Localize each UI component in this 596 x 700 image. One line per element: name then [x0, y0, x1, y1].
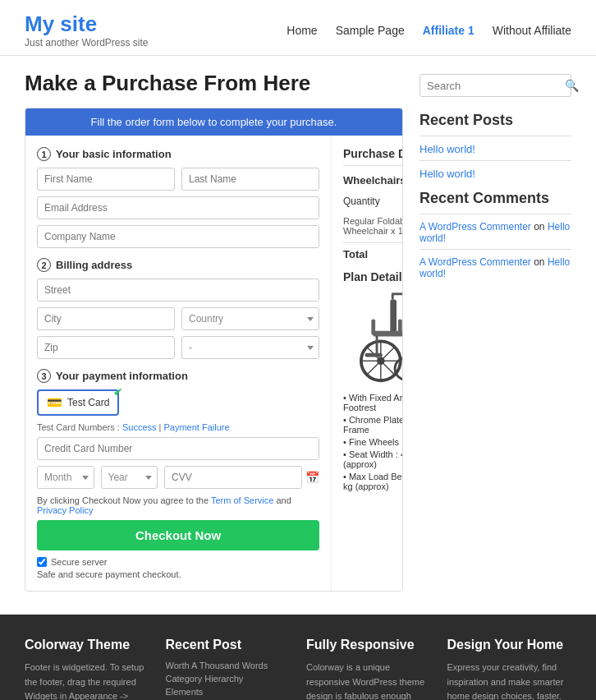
feature-list: • With Fixed Arms & Footrest • Chrome Pl… — [343, 393, 403, 491]
section1-num: 1 — [37, 147, 51, 161]
form-header-bar: Fill the order form below to complete yo… — [25, 108, 402, 136]
main-container: Make a Purchase From Here Fill the order… — [0, 56, 596, 606]
footer-col-4: Design Your Home Express your creativity… — [447, 638, 572, 700]
section2-num: 2 — [37, 258, 51, 272]
comment-2: A WordPress Commenter on Hello world! — [419, 256, 571, 279]
svg-line-12 — [367, 361, 381, 375]
svg-line-13 — [381, 361, 395, 375]
content-area: Make a Purchase From Here Fill the order… — [25, 71, 403, 592]
test-failure-link[interactable]: Payment Failure — [164, 422, 230, 432]
footer-recent-post-link3[interactable]: Elements — [166, 687, 291, 697]
site-tagline: Just another WordPress site — [25, 37, 149, 48]
search-box: 🔍 — [419, 74, 571, 97]
wheelchair-image — [343, 290, 403, 385]
footer-recent-post-link1[interactable]: Worth A Thousand Words — [166, 661, 291, 670]
cvv-input[interactable] — [164, 466, 302, 489]
feature-item: • Max Load Bearing : 100 kg (approx) — [343, 472, 403, 491]
footer-col4-title: Design Your Home — [447, 638, 572, 652]
city-input[interactable] — [37, 307, 175, 330]
nav-sample-page[interactable]: Sample Page — [336, 24, 405, 37]
company-input[interactable] — [37, 225, 319, 248]
purchase-title: Purchase Details — [343, 147, 403, 166]
post-link-1[interactable]: Hello world! — [419, 143, 571, 155]
footer-recent-post-link2[interactable]: Category Hierarchy — [166, 674, 291, 684]
calendar-icon: 📅 — [305, 471, 319, 484]
section2-title: 2 Billing address — [37, 258, 319, 272]
checkout-button[interactable]: Checkout Now — [37, 520, 319, 550]
site-title[interactable]: My site — [25, 12, 149, 37]
test-card-button[interactable]: 💳 Test Card — [37, 389, 119, 416]
post-link-2[interactable]: Hello world! — [419, 168, 571, 180]
commenter-link-1[interactable]: A WordPress Commenter — [419, 221, 531, 233]
footer-col3-title: Fully Responsive — [306, 638, 431, 652]
svg-rect-17 — [365, 353, 383, 357]
feature-item: • Chrome Plated Steel Frame — [343, 415, 403, 435]
search-icon[interactable]: 🔍 — [565, 79, 579, 92]
nav-without-affiliate[interactable]: Without Affiliate — [493, 24, 571, 37]
footer-col-3: Fully Responsive Colorway is a unique re… — [306, 638, 431, 700]
svg-rect-3 — [398, 319, 402, 334]
test-success-link[interactable]: Success — [122, 422, 157, 432]
page-title: Make a Purchase From Here — [25, 71, 403, 96]
form-header-text: Fill the order form below to complete yo… — [91, 116, 337, 128]
zip-input[interactable] — [37, 336, 175, 359]
section3-num: 3 — [37, 369, 51, 383]
nav-home[interactable]: Home — [287, 24, 317, 37]
month-select[interactable]: Month — [37, 466, 94, 489]
total-label: Total — [343, 248, 368, 260]
credit-card-input[interactable] — [37, 437, 319, 460]
product-name: Wheelchairs — [343, 174, 403, 187]
check-icon: ✔ — [113, 385, 123, 398]
test-card-note: Test Card Numbers : Success | Payment Fa… — [37, 422, 319, 432]
svg-rect-2 — [371, 319, 375, 334]
recent-posts-section: Recent Posts Hello world! Hello world! — [419, 112, 571, 180]
section1: 1 Your basic information — [37, 147, 319, 248]
purchase-details: Purchase Details Wheelchairs Quantity 1 … — [332, 136, 403, 591]
section3-title: 3 Your payment information — [37, 369, 319, 383]
recent-comments-title: Recent Comments — [419, 190, 571, 207]
footer-col1-title: Colorway Theme — [25, 638, 149, 652]
commenter-link-2[interactable]: A WordPress Commenter — [419, 256, 531, 268]
zip-suffix-select[interactable]: - — [181, 336, 319, 359]
quantity-label: Quantity — [343, 196, 380, 207]
search-input[interactable] — [427, 80, 565, 92]
form-body: 1 Your basic information 2 — [25, 136, 402, 591]
footer-main: Colorway Theme Footer is widgetized. To … — [0, 615, 596, 700]
safe-text: Safe and secure payment checkout. — [37, 569, 319, 579]
privacy-link[interactable]: Privacy Policy — [37, 505, 93, 515]
recent-posts-title: Recent Posts — [419, 112, 571, 129]
year-select[interactable]: Year — [101, 466, 158, 489]
footer-col-2: Recent Post Worth A Thousand Words Categ… — [166, 638, 291, 700]
street-input[interactable] — [37, 279, 319, 302]
section2: 2 Billing address Country — [37, 258, 319, 359]
svg-line-11 — [381, 347, 395, 361]
comment-1: A WordPress Commenter on Hello world! — [419, 221, 571, 244]
header: My site Just another WordPress site Home… — [0, 0, 596, 56]
sidebar: 🔍 Recent Posts Hello world! Hello world!… — [419, 71, 571, 284]
section1-title: 1 Your basic information — [37, 147, 319, 161]
terms-link[interactable]: Term of Service — [211, 495, 273, 505]
footer-col-1: Colorway Theme Footer is widgetized. To … — [25, 638, 149, 700]
feature-item: • Fine Wheels — [343, 437, 403, 447]
credit-card-icon: 💳 — [47, 395, 62, 410]
product-desc: Regular Foldable Wheelchair x 1 — [343, 216, 403, 236]
recent-comments-section: Recent Comments A WordPress Commenter on… — [419, 190, 571, 279]
footer-col4-text: Express your creativity, find inspiratio… — [447, 661, 572, 700]
test-card-label: Test Card — [67, 397, 109, 408]
nav-affiliate1[interactable]: Affiliate 1 — [423, 24, 475, 37]
country-select[interactable]: Country — [181, 307, 319, 330]
section3: 3 Your payment information 💳 Test Card ✔ — [37, 369, 319, 579]
footer-col1-text: Footer is widgetized. To setup the foote… — [25, 661, 149, 700]
form-box: Fill the order form below to complete yo… — [25, 108, 403, 592]
terms-text: By clicking Checkout Now you agree to th… — [37, 495, 319, 515]
form-fields: 1 Your basic information 2 — [25, 136, 332, 591]
secure-label: Secure server — [51, 557, 107, 567]
svg-rect-0 — [390, 300, 397, 333]
footer-col2-title: Recent Post — [166, 638, 291, 652]
last-name-input[interactable] — [181, 168, 319, 191]
email-input[interactable] — [37, 196, 319, 219]
footer-col3-text: Colorway is a unique responsive WordPres… — [306, 661, 431, 700]
secure-checkbox[interactable] — [37, 557, 47, 567]
main-nav: Home Sample Page Affiliate 1 Without Aff… — [287, 24, 571, 37]
first-name-input[interactable] — [37, 168, 175, 191]
